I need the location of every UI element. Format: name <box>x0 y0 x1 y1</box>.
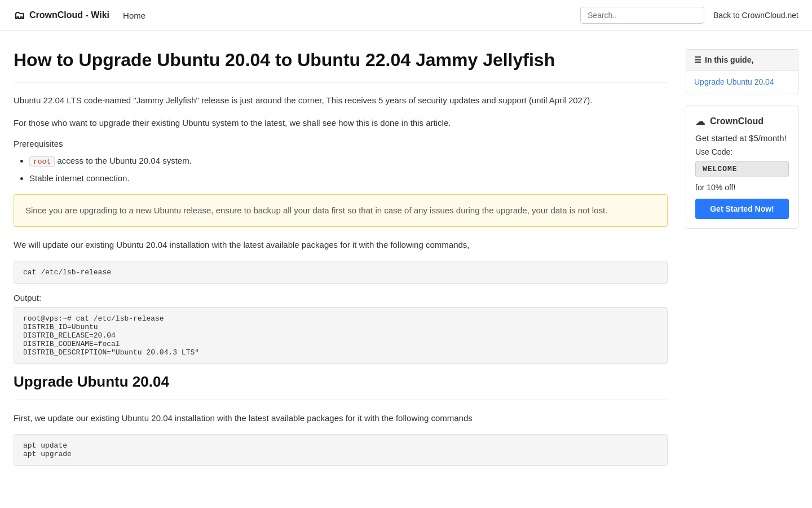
sidebar: ☰ In this guide, Upgrade Ubuntu 20.04 ☁ … <box>686 49 798 475</box>
section2-heading: Upgrade Ubuntu 20.04 <box>14 373 668 391</box>
section2-divider <box>14 400 668 400</box>
site-header: 🗂 CrownCloud - Wiki Home Back to CrownCl… <box>0 0 812 31</box>
intro-paragraph-2: For those who want to upgrade their exis… <box>14 116 668 130</box>
sidebar-guide-header: ☰ In this guide, <box>686 50 798 71</box>
prereq-item-2: Stable internet connection. <box>29 172 668 185</box>
title-divider <box>14 82 668 82</box>
guide-header-text: In this guide, <box>705 55 753 64</box>
output-block: root@vps:~# cat /etc/lsb-release DISTRIB… <box>14 307 668 364</box>
promo-tagline: Get started at $5/month! <box>695 132 789 144</box>
prerequisites-label: Prerequisites <box>14 139 668 148</box>
site-logo[interactable]: 🗂 CrownCloud - Wiki <box>14 9 109 22</box>
logo-text: CrownCloud - Wiki <box>29 10 109 20</box>
promo-brand: CrownCloud <box>710 116 764 126</box>
sidebar-guide-link[interactable]: Upgrade Ubuntu 20.04 <box>694 76 790 88</box>
warning-text: Since you are upgrading to a new Ubuntu … <box>25 205 607 215</box>
list-icon: ☰ <box>694 55 701 64</box>
warning-box: Since you are upgrading to a new Ubuntu … <box>14 194 668 227</box>
output-label: Output: <box>14 293 668 303</box>
nav-home[interactable]: Home <box>123 11 145 20</box>
command-block-2: apt update apt upgrade <box>14 434 668 466</box>
header-right: Back to CrownCloud.net <box>580 7 798 24</box>
page-layout: How to Upgrade Ubuntu 20.04 to Ubuntu 22… <box>0 31 812 493</box>
promo-discount: for 10% off! <box>695 183 789 192</box>
sidebar-promo-box: ☁ CrownCloud Get started at $5/month! Us… <box>686 106 798 229</box>
sidebar-guide-content: Upgrade Ubuntu 20.04 <box>686 71 798 94</box>
prereq-item-1-text: access to the Ubuntu 20.04 system. <box>55 156 192 165</box>
back-to-crowncloud-link[interactable]: Back to CrownCloud.net <box>713 11 798 20</box>
prerequisites-list: root access to the Ubuntu 20.04 system. … <box>14 154 668 185</box>
prereq-item-1: root access to the Ubuntu 20.04 system. <box>29 154 668 168</box>
promo-header: ☁ CrownCloud <box>695 115 789 128</box>
page-title: How to Upgrade Ubuntu 20.04 to Ubuntu 22… <box>14 49 668 71</box>
search-input[interactable] <box>580 7 704 24</box>
get-started-button[interactable]: Get Started Now! <box>695 199 789 219</box>
root-code: root <box>29 156 55 167</box>
sidebar-guide-box: ☰ In this guide, Upgrade Ubuntu 20.04 <box>686 49 798 94</box>
logo-icon: 🗂 <box>14 9 25 22</box>
cloud-icon: ☁ <box>695 115 705 128</box>
command-block-1: cat /etc/lsb-release <box>14 261 668 284</box>
main-content: How to Upgrade Ubuntu 20.04 to Ubuntu 22… <box>14 49 668 475</box>
intro-paragraph-1: Ubuntu 22.04 LTS code-named "Jammy Jelly… <box>14 94 668 107</box>
promo-code-box: WELCOME <box>695 161 789 177</box>
header-left: 🗂 CrownCloud - Wiki Home <box>14 9 145 22</box>
section2-intro: First, we update our existing Ubuntu 20.… <box>14 411 668 425</box>
promo-use-code-label: Use Code: <box>695 147 789 156</box>
pre-command-text: We will update our existing Ubuntu 20.04… <box>14 238 668 252</box>
